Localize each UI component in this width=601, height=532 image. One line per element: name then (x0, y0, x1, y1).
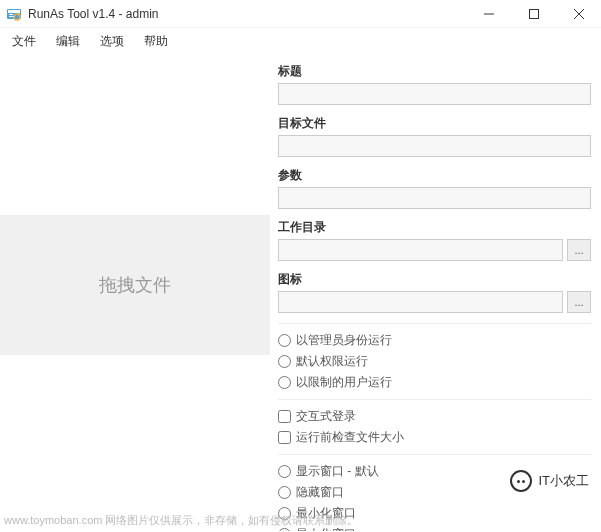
input-title[interactable] (278, 83, 591, 105)
input-workdir[interactable] (278, 239, 563, 261)
maximize-button[interactable] (511, 0, 556, 28)
field-target: 目标文件 (278, 115, 591, 157)
window-title: RunAs Tool v1.4 - admin (28, 7, 466, 21)
radio-win-show-label: 显示窗口 - 默认 (296, 463, 379, 480)
label-target: 目标文件 (278, 115, 591, 132)
browse-icon-button[interactable]: ... (567, 291, 591, 313)
field-title: 标题 (278, 63, 591, 105)
check-interactive-label: 交互式登录 (296, 408, 356, 425)
radio-win-show-input[interactable] (278, 465, 291, 478)
check-group: 交互式登录 运行前检查文件大小 (278, 406, 591, 448)
label-icon: 图标 (278, 271, 591, 288)
label-workdir: 工作目录 (278, 219, 591, 236)
radio-run-default[interactable]: 默认权限运行 (278, 351, 591, 372)
wechat-icon (510, 470, 532, 492)
drop-zone-label: 拖拽文件 (99, 273, 171, 297)
menubar: 文件 编辑 选项 帮助 (0, 28, 601, 55)
label-title: 标题 (278, 63, 591, 80)
radio-win-hidden-label: 隐藏窗口 (296, 484, 344, 501)
check-interactive[interactable]: 交互式登录 (278, 406, 591, 427)
brand: IT小农工 (510, 470, 589, 492)
input-target[interactable] (278, 135, 591, 157)
watermark: www.toymoban.com 网络图片仅供展示，非存储，如有侵权请联系删除。 (4, 513, 358, 528)
separator (278, 399, 591, 400)
window-controls (466, 0, 601, 28)
radio-run-limited-input[interactable] (278, 376, 291, 389)
input-params[interactable] (278, 187, 591, 209)
left-panel: 拖拽文件 (0, 55, 270, 531)
brand-text: IT小农工 (538, 472, 589, 490)
app-icon (6, 6, 22, 22)
svg-rect-1 (8, 10, 20, 13)
titlebar: RunAs Tool v1.4 - admin (0, 0, 601, 28)
radio-win-max-input[interactable] (278, 528, 291, 531)
radio-run-default-input[interactable] (278, 355, 291, 368)
label-params: 参数 (278, 167, 591, 184)
browse-workdir-button[interactable]: ... (567, 239, 591, 261)
radio-run-default-label: 默认权限运行 (296, 353, 368, 370)
menu-file[interactable]: 文件 (6, 31, 42, 52)
check-size-input[interactable] (278, 431, 291, 444)
content: 拖拽文件 标题 目标文件 参数 工作目录 ... 图标 ... (0, 55, 601, 531)
svg-rect-2 (9, 14, 13, 15)
radio-run-limited[interactable]: 以限制的用户运行 (278, 372, 591, 393)
field-icon: 图标 ... (278, 271, 591, 313)
radio-run-limited-label: 以限制的用户运行 (296, 374, 392, 391)
check-interactive-input[interactable] (278, 410, 291, 423)
minimize-button[interactable] (466, 0, 511, 28)
radio-run-admin-input[interactable] (278, 334, 291, 347)
separator (278, 454, 591, 455)
close-button[interactable] (556, 0, 601, 28)
svg-rect-5 (529, 9, 538, 18)
menu-help[interactable]: 帮助 (138, 31, 174, 52)
field-params: 参数 (278, 167, 591, 209)
menu-options[interactable]: 选项 (94, 31, 130, 52)
run-mode-group: 以管理员身份运行 默认权限运行 以限制的用户运行 (278, 330, 591, 393)
input-icon[interactable] (278, 291, 563, 313)
field-workdir: 工作目录 ... (278, 219, 591, 261)
separator (278, 323, 591, 324)
drop-zone[interactable]: 拖拽文件 (0, 215, 270, 355)
right-panel: 标题 目标文件 参数 工作目录 ... 图标 ... (270, 55, 601, 531)
radio-run-admin-label: 以管理员身份运行 (296, 332, 392, 349)
radio-run-admin[interactable]: 以管理员身份运行 (278, 330, 591, 351)
radio-win-hidden-input[interactable] (278, 486, 291, 499)
check-size[interactable]: 运行前检查文件大小 (278, 427, 591, 448)
menu-edit[interactable]: 编辑 (50, 31, 86, 52)
check-size-label: 运行前检查文件大小 (296, 429, 404, 446)
